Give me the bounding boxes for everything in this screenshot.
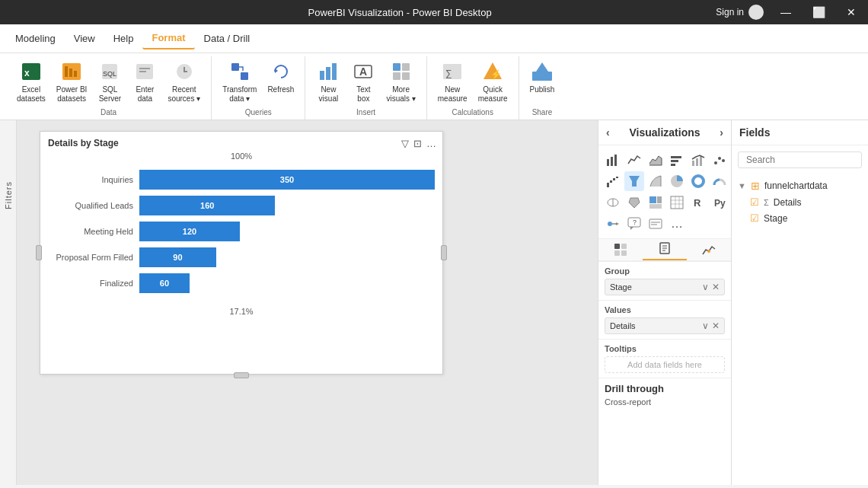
ribbon-sql[interactable]: SQL SQLServer [93,56,126,107]
bar-fill-inquiries: 350 [139,170,435,190]
viz-funnel[interactable] [624,171,644,191]
svg-rect-3 [65,66,68,77]
ribbon-transform[interactable]: Transformdata ▾ [218,56,261,107]
viz-icon-grid: R Py ? … [598,145,731,238]
viz-area-chart[interactable] [646,150,665,170]
viz-matrix[interactable] [667,193,687,212]
viz-pie[interactable] [667,171,687,191]
viz-treemap[interactable] [646,193,665,212]
table-expand-icon: ▼ [738,181,746,190]
tooltips-placeholder[interactable]: Add data fields here [605,356,725,373]
group-expand-btn[interactable]: ∨ [702,282,709,292]
tooltips-section: Tooltips Add data fields here [598,339,731,378]
ribbon-group-data: x Exceldatasets Power BIdatasets SQL SQL… [6,56,212,120]
menu-format[interactable]: Format [142,27,194,49]
ribbon-share-label: Share [525,107,560,120]
svg-rect-43 [610,180,612,183]
field-details[interactable]: ☑ Σ Details [738,194,862,210]
viz-qna[interactable]: ? [624,214,644,234]
chart-toolbar: ▽ ⊡ … [401,138,436,149]
viz-format-tabs [598,238,731,261]
menu-view[interactable]: View [65,28,104,49]
bar-label-meeting: Meeting Held [48,227,139,236]
viz-line-chart[interactable] [624,150,644,170]
viz-python[interactable]: Py [710,193,729,212]
fields-panel-title: Fields [739,126,770,139]
viz-smart-narrative[interactable] [646,214,665,234]
maximize-btn[interactable]: ⬜ [808,5,830,20]
ribbon-powerbi-datasets[interactable]: Power BIdatasets [52,56,92,107]
viz-bar-chart[interactable] [603,150,623,170]
values-remove-btn[interactable]: ✕ [712,321,720,331]
ribbon-more-visuals[interactable]: Morevisuals ▾ [381,56,420,107]
workspace: Filters ▽ ⊡ … Details by Stage 100% Inqu… [0,120,868,485]
viz-filled-map[interactable] [624,193,644,212]
svg-rect-4 [69,69,72,77]
bar-label-finalized: Finalized [48,279,139,288]
viz-key-influencer[interactable] [603,214,623,234]
viz-donut[interactable] [688,171,708,191]
ribbon-quick-measure[interactable]: ⚡ Quickmeasure [474,56,512,107]
ribbon: x Exceldatasets Power BIdatasets SQL SQL… [0,53,868,120]
svg-point-48 [696,179,700,183]
bar-fill-qualified: 160 [139,196,275,215]
search-box[interactable] [738,152,862,168]
analytics-tab[interactable] [687,239,731,260]
search-input[interactable] [746,155,860,165]
ribbon-new-visual[interactable]: Newvisual [311,56,345,107]
sign-in-btn[interactable]: Sign in [716,5,764,20]
bar-row-meeting: Meeting Held 120 [48,222,435,241]
viz-column-chart[interactable] [667,150,687,170]
viz-combo-chart[interactable] [688,150,708,170]
menu-help[interactable]: Help [104,28,143,49]
app-title: PowerBI Visualization - Power BI Desktop [84,7,716,18]
more-icon[interactable]: … [426,138,436,149]
svg-rect-38 [700,156,702,166]
user-avatar [748,5,764,20]
svg-rect-37 [696,158,698,166]
viz-ribbon[interactable] [646,171,665,191]
close-btn[interactable]: ✕ [842,5,860,20]
svg-text:∑: ∑ [445,68,452,78]
viz-scatter[interactable] [710,150,729,170]
ribbon-text-box[interactable]: A Textbox [346,56,380,107]
svg-point-62 [608,222,612,226]
chart-pct-top: 100% [40,152,442,161]
ribbon-refresh[interactable]: Refresh [263,56,298,97]
minimize-btn[interactable]: — [776,5,796,20]
excel-icon: x [19,59,43,84]
format-tab[interactable] [643,239,687,260]
ribbon-new-measure[interactable]: ∑ Newmeasure [433,56,472,107]
menu-data-drill[interactable]: Data / Drill [195,28,260,49]
viz-waterfall[interactable] [603,171,623,191]
build-tab[interactable] [598,239,643,260]
viz-prev-btn[interactable]: ‹ [606,126,610,139]
svg-marker-51 [629,198,640,208]
menu-bar: Modeling View Help Format Data / Drill [0,24,868,53]
filter-icon[interactable]: ▽ [401,138,409,149]
table-name: funnelchartdata [764,180,828,191]
svg-rect-42 [607,183,609,187]
table-funnelchartdata[interactable]: ▼ ⊞ funnelchartdata [738,177,862,194]
chart-title: Details by Stage [40,132,442,148]
svg-text:⚡: ⚡ [490,69,502,80]
viz-more[interactable]: … [667,214,687,234]
svg-text:A: A [359,65,367,78]
svg-rect-53 [657,196,662,203]
expand-icon[interactable]: ⊡ [413,138,422,149]
ribbon-publish[interactable]: Publish [525,56,560,97]
viz-r-script[interactable]: R [688,193,708,212]
viz-next-btn[interactable]: › [720,126,723,139]
viz-gauge[interactable] [710,171,729,191]
fields-tree: ▼ ⊞ funnelchartdata ☑ Σ Details ☑ Stage [732,174,868,229]
viz-map[interactable] [603,193,623,212]
ribbon-enter-data[interactable]: Enterdata [128,56,161,107]
field-stage[interactable]: ☑ Stage [738,210,862,226]
ribbon-excel[interactable]: x Exceldatasets [12,56,50,107]
group-remove-btn[interactable]: ✕ [712,282,720,292]
svg-marker-14 [275,69,278,73]
ribbon-recent-sources[interactable]: Recentsources ▾ [163,56,205,107]
menu-modeling[interactable]: Modeling [6,28,65,49]
values-expand-btn[interactable]: ∨ [702,321,709,331]
publish-icon [530,59,554,84]
